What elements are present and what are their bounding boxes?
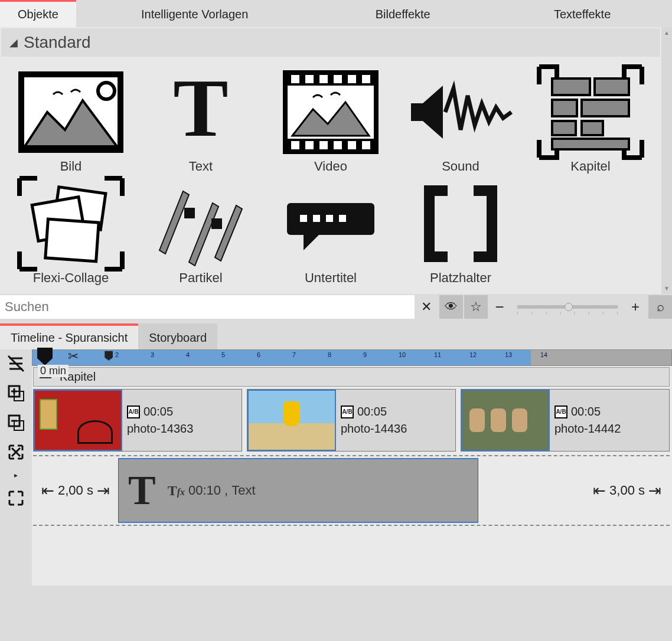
group-title: Standard	[24, 33, 91, 52]
tab-text-effects[interactable]: Texteffekte	[492, 0, 672, 27]
object-video-label: Video	[314, 159, 347, 174]
object-particle[interactable]: Partikel	[138, 178, 263, 286]
svg-rect-31	[300, 215, 307, 222]
ruler-tick: 3	[151, 351, 154, 358]
search-toolbar: ✕ 👁 ☆ − |||||||| + ⌕	[0, 294, 672, 320]
playhead-icon[interactable]	[35, 346, 55, 367]
svg-rect-11	[362, 75, 370, 83]
clip-duration: 00:05	[357, 405, 387, 418]
object-flexi-label: Flexi-Collage	[33, 270, 109, 286]
tab-storyboard[interactable]: Storyboard	[138, 323, 217, 349]
clip-1[interactable]: A/B00:05 photo-14363	[33, 389, 242, 452]
object-subtitle[interactable]: Untertitel	[268, 178, 393, 286]
toolbox-panel: ◢ Standard Bild T Text Video Sound	[0, 27, 661, 294]
text-clip-icon: T	[128, 467, 156, 514]
star-icon: ☆	[470, 299, 482, 315]
transition-badge-icon: A/B	[554, 405, 567, 418]
svg-rect-23	[582, 121, 603, 135]
clear-search-button[interactable]: ✕	[415, 295, 438, 319]
svg-rect-21	[582, 100, 629, 116]
group-header-standard[interactable]: ◢ Standard	[1, 28, 660, 57]
toolbox-scrollbar[interactable]: ▲ ▼	[661, 27, 672, 294]
ruler-tick: 5	[221, 351, 225, 358]
svg-rect-39	[474, 185, 497, 196]
timeline-side-tools: ▸	[0, 349, 32, 586]
clip-duration: 00:05	[571, 405, 601, 418]
timeline-area: ▸ ✂ ⛊ 2 3 4 5 6 7 8 9 10 11 12 13 14 0 m…	[0, 349, 672, 586]
svg-rect-27	[45, 219, 99, 261]
text-effect-icon: Tfx	[168, 483, 185, 499]
chapter-track-header[interactable]: Kapitel	[33, 367, 670, 387]
search-input[interactable]	[0, 295, 415, 319]
svg-rect-32	[313, 215, 320, 222]
tracks-settings-button[interactable]	[5, 353, 27, 374]
svg-rect-28	[184, 208, 195, 218]
zoom-slider-knob[interactable]	[565, 303, 573, 311]
object-video[interactable]: Video	[268, 66, 393, 174]
text-clip-duration: 00:10	[188, 483, 221, 498]
svg-rect-35	[424, 185, 435, 262]
svg-rect-13	[305, 141, 314, 149]
scroll-down-icon: ▼	[664, 285, 670, 292]
clip-thumbnail	[247, 390, 336, 451]
scroll-up-icon: ▲	[664, 30, 670, 36]
ruler-tick: 7	[292, 351, 296, 358]
fit-all-button[interactable]	[5, 488, 27, 509]
svg-rect-14	[319, 141, 328, 149]
svg-rect-17	[362, 141, 370, 149]
object-chapter[interactable]: Kapitel	[528, 66, 653, 174]
ruler-tick: 2	[115, 351, 119, 358]
fit-width-button[interactable]	[5, 441, 27, 463]
svg-rect-12	[291, 141, 299, 149]
object-placeholder[interactable]: Platzhalter	[398, 178, 523, 286]
zoom-slider[interactable]: ||||||||	[517, 305, 618, 309]
svg-rect-34	[339, 215, 346, 222]
object-chapter-label: Kapitel	[570, 159, 610, 174]
ruler-tick: 14	[540, 351, 547, 358]
object-image-label: Bild	[60, 159, 82, 174]
ruler-tick: 11	[434, 351, 441, 358]
toolbox-tabs: Objekte Intelligente Vorlagen Bildeffekt…	[0, 0, 672, 27]
ruler-tick: 10	[399, 351, 406, 358]
object-placeholder-label: Platzhalter	[430, 270, 491, 286]
particle-icon	[145, 178, 257, 269]
tab-templates[interactable]: Intelligente Vorlagen	[76, 0, 313, 27]
zoom-out-button[interactable]: −	[488, 295, 511, 319]
ruler-tick: 4	[186, 351, 190, 358]
object-subtitle-label: Untertitel	[305, 270, 357, 286]
svg-rect-18	[552, 79, 590, 95]
object-particle-label: Partikel	[179, 270, 222, 286]
preview-toggle-button[interactable]: 👁	[439, 295, 463, 319]
svg-rect-40	[474, 251, 497, 262]
text-clip[interactable]: T Tfx 00:10, Text	[118, 458, 478, 523]
favorites-button[interactable]: ☆	[464, 295, 488, 319]
ruler-tick: 12	[469, 351, 477, 358]
object-sound[interactable]: Sound	[398, 66, 523, 174]
text-track-pad-left[interactable]: ⇤2,00 s⇥	[33, 482, 118, 500]
clip-filename: photo-14363	[127, 422, 237, 436]
zoom-reset-button[interactable]: ⌕	[648, 295, 672, 319]
svg-rect-22	[552, 121, 576, 135]
timeline-ruler[interactable]: ✂ ⛊ 2 3 4 5 6 7 8 9 10 11 12 13 14	[32, 349, 672, 366]
add-track-button[interactable]	[5, 382, 27, 404]
svg-rect-9	[334, 75, 342, 83]
placeholder-icon	[404, 178, 517, 269]
svg-rect-16	[348, 141, 356, 149]
zoom-in-button[interactable]: +	[624, 295, 647, 319]
text-track-pad-right[interactable]: ⇤3,00 s⇥	[585, 482, 670, 500]
object-image[interactable]: Bild	[8, 66, 133, 174]
tab-objects[interactable]: Objekte	[0, 0, 76, 27]
svg-rect-7	[305, 75, 314, 83]
marker-button[interactable]: ⛊	[103, 350, 115, 364]
object-text[interactable]: T Text	[138, 66, 263, 174]
cut-button[interactable]: ✂	[68, 349, 79, 364]
tab-timeline[interactable]: Timeline - Spuransicht	[0, 323, 138, 349]
flexi-collage-icon	[15, 178, 127, 269]
svg-rect-29	[211, 218, 222, 229]
clip-2[interactable]: A/B00:05 photo-14436	[247, 389, 456, 452]
remove-track-button[interactable]	[5, 412, 27, 433]
object-flexi-collage[interactable]: Flexi-Collage	[8, 178, 133, 286]
svg-rect-24	[552, 139, 629, 149]
tab-image-effects[interactable]: Bildeffekte	[313, 0, 492, 27]
clip-3[interactable]: A/B00:05 photo-14442	[461, 389, 670, 452]
